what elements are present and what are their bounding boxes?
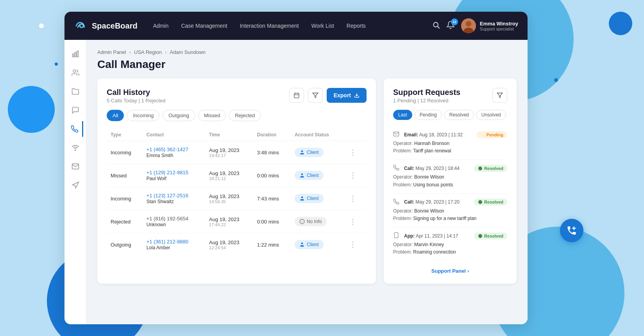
time-clock: 14:56:35 xyxy=(209,199,249,204)
support-filter-button[interactable] xyxy=(492,88,507,103)
nav-case-management[interactable]: Case Management xyxy=(181,23,227,29)
support-panel-link[interactable]: Support Panel › xyxy=(431,268,469,274)
filter-tab-rejected[interactable]: Rejected xyxy=(229,110,261,121)
time-clock: 12:24:54 xyxy=(209,245,249,250)
cell-status: Client xyxy=(291,233,344,256)
phone-number[interactable]: +1 (123) 127-2516 xyxy=(147,193,201,198)
support-tab-resolved[interactable]: Resolved xyxy=(444,110,474,120)
phone-number[interactable]: +1 (129) 212-9815 xyxy=(147,170,201,175)
contact-name: Emma Smith xyxy=(147,153,174,158)
more-options-button[interactable]: ⋮ xyxy=(348,147,358,158)
support-status-badge: Pending xyxy=(476,131,507,138)
support-operator: Marvin Kinney xyxy=(414,242,444,247)
filter-tab-outgoing[interactable]: Outgoing xyxy=(163,110,195,121)
nav-links: Admin Case Management Interaction Manage… xyxy=(153,23,432,29)
cell-more: ⋮ xyxy=(344,141,367,164)
cell-duration: 0:00 mins xyxy=(253,210,291,233)
filter-tab-all[interactable]: All xyxy=(107,110,124,121)
support-panel-header: Support Requests 1 Pending | 12 Resolved xyxy=(393,88,507,104)
more-options-button[interactable]: ⋮ xyxy=(348,216,358,227)
sidebar-item-email[interactable] xyxy=(68,159,83,174)
nav-interaction-management[interactable]: Interaction Management xyxy=(240,23,299,29)
support-tab-pending[interactable]: Pending xyxy=(415,110,442,120)
contact-name: Lola Amber xyxy=(147,245,170,250)
support-detail: Operator: Bonnie Wilson Problem: Using b… xyxy=(393,173,507,188)
cell-status: Client xyxy=(291,164,344,187)
support-requests-panel: Support Requests 1 Pending | 12 Resolved… xyxy=(384,79,517,284)
user-avatar xyxy=(461,18,476,33)
more-options-button[interactable]: ⋮ xyxy=(348,239,358,250)
export-button[interactable]: Export xyxy=(327,88,367,103)
support-filter-tabs: Last Pending Resolved Unsolved xyxy=(393,110,507,120)
filter-button[interactable] xyxy=(308,88,323,103)
sidebar-item-wifi[interactable] xyxy=(68,140,83,155)
sidebar-item-folder[interactable] xyxy=(68,84,83,99)
chat-icon xyxy=(72,106,79,114)
cell-type: Missed xyxy=(107,164,143,187)
support-title-area: Support Requests 1 Pending | 12 Resolved xyxy=(393,88,460,104)
support-channel-info: Email: Aug 18, 2023 | 11:32 xyxy=(393,131,463,138)
sidebar-item-chart[interactable] xyxy=(68,46,83,62)
breadcrumb-admin[interactable]: Admin Panel xyxy=(97,49,126,55)
support-detail: Operator: Marvin Kinney Problem: Roaming… xyxy=(393,241,507,256)
filter-tab-missed[interactable]: Missed xyxy=(198,110,226,121)
support-list-item: Call: May 29, 2023 | 17:20 Resolved Oper… xyxy=(393,194,507,227)
phone-number[interactable]: +1 (361) 212-9880 xyxy=(147,239,201,245)
float-call-button[interactable] xyxy=(560,219,583,242)
phone-number[interactable]: +1 (816) 192-5654 xyxy=(147,216,201,222)
bg-circle-far-right xyxy=(609,12,632,35)
nav-reports[interactable]: Reports xyxy=(347,23,366,29)
table-row: Incoming +1 (123) 127-2516 Stan Shwaltz … xyxy=(107,187,367,210)
calendar-icon xyxy=(293,92,300,98)
cell-time: Aug 19, 2023 14:56:35 xyxy=(205,187,253,210)
user-icon xyxy=(299,242,305,247)
col-type: Type xyxy=(107,129,143,141)
calendar-button[interactable] xyxy=(289,88,304,103)
call-history-title-area: Call History 5 Calls Today | 1 Rejected xyxy=(107,88,166,104)
sidebar-item-users[interactable] xyxy=(68,65,83,80)
bg-dot-tl xyxy=(39,23,44,28)
support-detail: Operator: Bonnie Wilson Problem: Signing… xyxy=(393,207,507,222)
users-icon xyxy=(72,69,79,77)
support-operator: Bonnie Wilson xyxy=(414,174,444,180)
email-icon xyxy=(72,163,79,170)
bg-dot-right xyxy=(554,78,558,82)
sidebar-item-chat[interactable] xyxy=(68,102,83,118)
sidebar-item-phone[interactable] xyxy=(68,121,83,137)
notification-button[interactable]: 12 xyxy=(446,21,455,31)
more-options-button[interactable]: ⋮ xyxy=(348,170,358,181)
logo-text: SpaceBoard xyxy=(92,21,138,30)
support-tab-last[interactable]: Last xyxy=(393,110,412,120)
channel-date: Call: May 29, 2023 | 17:20 xyxy=(404,199,460,205)
support-panel-link-text: Support Panel xyxy=(431,268,466,274)
nav-admin[interactable]: Admin xyxy=(153,23,169,29)
user-icon xyxy=(299,196,305,201)
more-options-button[interactable]: ⋮ xyxy=(348,193,358,204)
contact-name: Stan Shwaltz xyxy=(147,199,174,204)
svg-marker-24 xyxy=(497,93,502,98)
support-tab-unsolved[interactable]: Unsolved xyxy=(476,110,506,120)
filter-tab-incoming[interactable]: Incoming xyxy=(127,110,159,121)
support-item-header: Call: May 29, 2023 | 18:44 Resolved xyxy=(393,164,507,172)
cell-type: Rejected xyxy=(107,210,143,233)
svg-marker-15 xyxy=(313,93,318,98)
col-contact: Contact xyxy=(143,129,205,141)
cell-status: No Info xyxy=(291,210,344,233)
logo-area: SpaceBoard xyxy=(74,19,138,33)
cell-contact: +1 (816) 192-5654 Unknown xyxy=(143,210,205,233)
call-history-actions: Export xyxy=(289,88,367,103)
search-icon[interactable] xyxy=(432,21,440,31)
user-area[interactable]: Emma Winstroy Support specialist xyxy=(461,18,518,33)
breadcrumb-user[interactable]: Adam Sundown xyxy=(170,49,206,55)
chevron-right-icon: › xyxy=(467,268,469,274)
call-table: Type Contact Time Duration Account Statu… xyxy=(107,129,367,256)
chart-icon xyxy=(72,50,79,58)
user-name: Emma Winstroy xyxy=(480,21,518,27)
sidebar-item-megaphone[interactable] xyxy=(68,177,83,193)
breadcrumb-region[interactable]: USA Region xyxy=(134,49,162,55)
nav-work-list[interactable]: Work List xyxy=(311,23,334,29)
phone-number[interactable]: +1 (465) 362-1427 xyxy=(147,147,201,152)
cell-contact: +1 (129) 212-9815 Paul Wolf xyxy=(143,164,205,187)
sidebar xyxy=(64,40,86,324)
time-date: Aug 19, 2023 xyxy=(209,147,249,153)
